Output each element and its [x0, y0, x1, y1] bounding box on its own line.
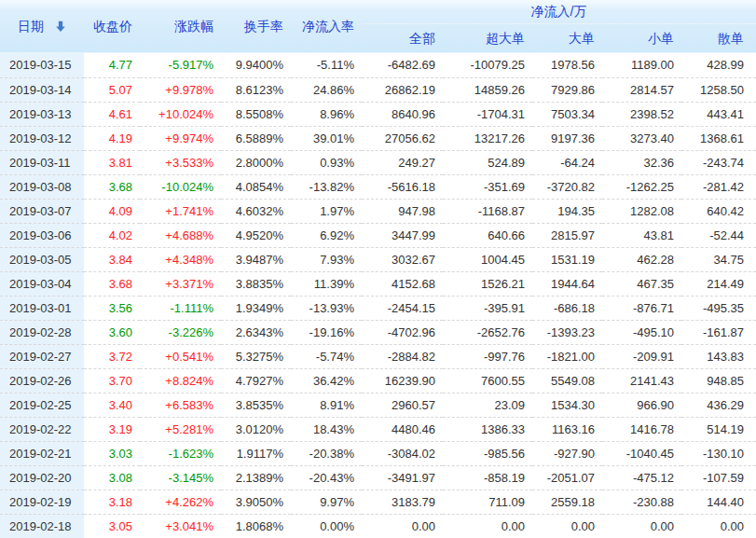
turnover-rate-cell: 3.0120% — [221, 417, 291, 441]
inflow-all-cell: 947.98 — [362, 199, 443, 223]
date-cell: 2019-02-18 — [0, 514, 84, 538]
column-header-date-label: 日期 — [18, 19, 44, 35]
change-percent-cell: -5.917% — [140, 53, 221, 77]
net-inflow-rate-cell: 8.91% — [291, 393, 362, 417]
table-row: 2019-03-07 4.09 +1.741% 4.6032% 1.97% 94… — [0, 199, 756, 223]
inflow-small-cell: -876.71 — [602, 296, 681, 320]
change-percent-cell: +1.741% — [140, 199, 221, 223]
close-price-cell: 3.68 — [84, 271, 140, 296]
inflow-large-cell: 7503.34 — [532, 102, 602, 126]
inflow-all-cell: 2960.57 — [362, 393, 443, 417]
close-price-cell: 3.84 — [84, 247, 140, 271]
inflow-small-cell: 1282.08 — [602, 199, 681, 223]
inflow-all-cell: -3491.97 — [362, 465, 443, 490]
table-row: 2019-02-25 3.40 +6.583% 3.8535% 8.91% 29… — [0, 393, 756, 417]
net-inflow-rate-cell: 0.93% — [291, 150, 362, 174]
date-cell: 2019-03-04 — [0, 271, 84, 296]
inflow-all-cell: 249.27 — [362, 150, 443, 174]
inflow-small-cell: 1189.00 — [602, 53, 681, 77]
inflow-super-large-cell: 640.66 — [443, 223, 532, 247]
net-inflow-rate-cell: 7.93% — [291, 247, 362, 271]
column-header-inflow-all[interactable]: 全部 — [362, 24, 443, 54]
column-header-change[interactable]: 涨跌幅 — [140, 0, 221, 53]
inflow-super-large-cell: 711.09 — [443, 490, 532, 514]
inflow-large-cell: 1531.19 — [532, 247, 602, 271]
inflow-super-large-cell: -1168.87 — [443, 199, 532, 223]
change-percent-cell: +10.024% — [140, 102, 221, 126]
change-percent-cell: -10.024% — [140, 174, 221, 199]
turnover-rate-cell: 1.9117% — [221, 441, 291, 465]
net-inflow-rate-cell: 24.86% — [291, 77, 362, 102]
column-header-turnover[interactable]: 换手率 — [221, 0, 291, 53]
inflow-large-cell: 2815.97 — [532, 223, 602, 247]
inflow-small-cell: 462.28 — [602, 247, 681, 271]
inflow-super-large-cell: -997.76 — [443, 344, 532, 368]
turnover-rate-cell: 2.1389% — [221, 465, 291, 490]
table-row: 2019-03-05 3.84 +4.348% 3.9487% 7.93% 30… — [0, 247, 756, 271]
column-header-inflow-super-large[interactable]: 超大单 — [443, 24, 532, 54]
column-header-inflow-retail[interactable]: 散单 — [681, 24, 756, 54]
sort-descending-icon[interactable] — [55, 21, 66, 33]
inflow-large-cell: 0.00 — [532, 514, 602, 538]
inflow-all-cell: -2454.15 — [362, 296, 443, 320]
net-inflow-rate-cell: 6.92% — [291, 223, 362, 247]
table-row: 2019-02-21 3.03 -1.623% 1.9117% -20.38% … — [0, 441, 756, 465]
inflow-large-cell: -1821.00 — [532, 344, 602, 368]
table-row: 2019-03-12 4.19 +9.974% 6.5889% 39.01% 2… — [0, 126, 756, 150]
close-price-cell: 4.09 — [84, 199, 140, 223]
inflow-super-large-cell: 1004.45 — [443, 247, 532, 271]
column-header-inflow-small[interactable]: 小单 — [602, 24, 681, 54]
close-price-cell: 5.07 — [84, 77, 140, 102]
date-cell: 2019-03-11 — [0, 150, 84, 174]
change-percent-cell: -3.226% — [140, 320, 221, 344]
close-price-cell: 3.72 — [84, 344, 140, 368]
close-price-cell: 3.68 — [84, 174, 140, 199]
close-price-cell: 4.61 — [84, 102, 140, 126]
close-price-cell: 3.60 — [84, 320, 140, 344]
inflow-retail-cell: 948.85 — [681, 368, 756, 393]
table-body: 2019-03-15 4.77 -5.917% 9.9400% -5.11% -… — [0, 53, 756, 538]
inflow-retail-cell: 0.00 — [681, 514, 756, 538]
column-header-inflow-rate[interactable]: 净流入率 — [291, 0, 362, 53]
turnover-rate-cell: 1.8068% — [221, 514, 291, 538]
inflow-all-cell: 8640.96 — [362, 102, 443, 126]
inflow-retail-cell: -52.44 — [681, 223, 756, 247]
inflow-small-cell: 467.35 — [602, 271, 681, 296]
inflow-all-cell: 4480.46 — [362, 417, 443, 441]
net-inflow-rate-cell: 8.96% — [291, 102, 362, 126]
inflow-super-large-cell: 13217.26 — [443, 126, 532, 150]
change-percent-cell: +4.262% — [140, 490, 221, 514]
table-row: 2019-03-11 3.81 +3.533% 2.8000% 0.93% 24… — [0, 150, 756, 174]
table-row: 2019-02-26 3.70 +8.824% 4.7927% 36.42% 1… — [0, 368, 756, 393]
inflow-retail-cell: 428.99 — [681, 53, 756, 77]
inflow-small-cell: 2398.52 — [602, 102, 681, 126]
close-price-cell: 3.70 — [84, 368, 140, 393]
inflow-large-cell: -927.90 — [532, 441, 602, 465]
inflow-all-cell: -3084.02 — [362, 441, 443, 465]
inflow-all-cell: -2884.82 — [362, 344, 443, 368]
inflow-retail-cell: 1258.50 — [681, 77, 756, 102]
column-header-inflow-large[interactable]: 大单 — [532, 24, 602, 54]
turnover-rate-cell: 3.9487% — [221, 247, 291, 271]
net-inflow-rate-cell: -5.11% — [291, 53, 362, 77]
column-group-header-net-inflow: 净流入/万 — [362, 0, 756, 24]
net-inflow-rate-cell: 0.00% — [291, 514, 362, 538]
inflow-large-cell: 1534.30 — [532, 393, 602, 417]
inflow-super-large-cell: 7600.55 — [443, 368, 532, 393]
change-percent-cell: +6.583% — [140, 393, 221, 417]
date-cell: 2019-03-14 — [0, 77, 84, 102]
column-header-date[interactable]: 日期 — [0, 0, 84, 53]
change-percent-cell: +4.688% — [140, 223, 221, 247]
inflow-super-large-cell: -858.19 — [443, 465, 532, 490]
net-inflow-rate-cell: -13.82% — [291, 174, 362, 199]
column-header-close[interactable]: 收盘价 — [84, 0, 140, 53]
change-percent-cell: +3.041% — [140, 514, 221, 538]
inflow-large-cell: -2051.07 — [532, 465, 602, 490]
net-inflow-rate-cell: -20.38% — [291, 441, 362, 465]
inflow-small-cell: -475.12 — [602, 465, 681, 490]
inflow-retail-cell: 143.83 — [681, 344, 756, 368]
change-percent-cell: -1.111% — [140, 296, 221, 320]
net-inflow-rate-cell: 9.97% — [291, 490, 362, 514]
inflow-retail-cell: 1368.61 — [681, 126, 756, 150]
change-percent-cell: +3.371% — [140, 271, 221, 296]
